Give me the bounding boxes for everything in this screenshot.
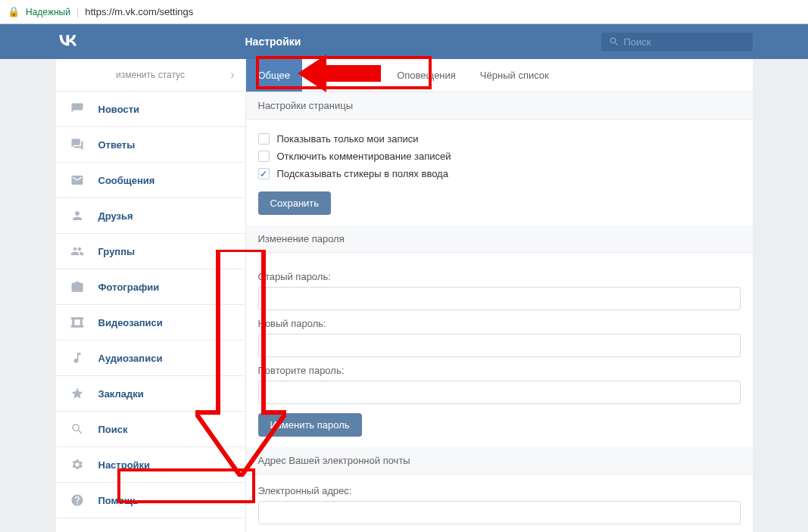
sidebar-item-label: Видеозаписи (98, 317, 163, 328)
settings-icon (70, 458, 85, 471)
sidebar-item-videos[interactable]: Видеозаписи (56, 305, 245, 341)
section-email-body: Электронный адрес: Сохранить адрес (246, 474, 753, 532)
sidebar-item-replies[interactable]: Ответы (56, 127, 245, 163)
sidebar-item-help[interactable]: Помощь (56, 483, 245, 518)
old-password-label: Старый пароль: (258, 271, 741, 282)
photos-icon (70, 280, 85, 294)
tab-3[interactable]: Чёрный список (468, 59, 561, 92)
tab-0[interactable]: Общее (246, 59, 303, 92)
app-header: Настройки Поиск (0, 24, 808, 59)
vk-logo[interactable] (56, 32, 245, 51)
sidebar-item-label: Ответы (98, 139, 136, 151)
sidebar-item-label: Поиск (98, 424, 128, 435)
audio-icon (70, 351, 85, 365)
checkbox-icon (258, 151, 270, 162)
divider: | (76, 6, 79, 17)
feed-icon (70, 102, 85, 116)
sidebar-item-label: Новости (98, 104, 140, 115)
change-password-button[interactable]: Изменить пароль (258, 413, 362, 437)
search-placeholder: Поиск (624, 36, 651, 48)
tab-1[interactable]: Приватность (302, 59, 385, 92)
checkbox-label: Подсказывать стикеры в полях ввода (277, 168, 448, 179)
replies-icon (70, 138, 85, 151)
sidebar-item-audio[interactable]: Аудиозаписи (56, 341, 245, 376)
section-password-body: Старый пароль: Новый пароль: Повторите п… (246, 253, 753, 447)
page-title: Настройки (245, 36, 601, 48)
url-text[interactable]: https://m.vk.com/settings (85, 6, 193, 17)
sidebar-item-settings[interactable]: Настройки (56, 447, 245, 483)
sidebar-item-label: Помощь (98, 495, 139, 506)
header-search[interactable]: Поиск (601, 33, 753, 51)
checkbox-label: Отключить комментирование записей (277, 151, 451, 162)
sidebar-item-label: Фотографии (98, 282, 160, 293)
sidebar-item-label: Настройки (98, 459, 151, 471)
sidebar-item-label: Группы (98, 246, 136, 257)
chevron-right-icon: › (230, 68, 234, 82)
sidebar-item-label: Сообщения (98, 175, 155, 186)
videos-icon (70, 316, 85, 329)
sidebar-item-bookmarks[interactable]: Закладки (56, 376, 245, 412)
tab-2[interactable]: Оповещения (385, 59, 468, 92)
new-password-input[interactable] (258, 334, 741, 357)
lock-icon: 🔒 (8, 6, 20, 17)
section-password-header: Изменение пароля (246, 226, 753, 253)
sidebar-item-label: Закладки (98, 388, 144, 400)
sidebar-item-photos[interactable]: Фотографии (56, 269, 245, 305)
status-label: изменить статус (116, 70, 185, 80)
sidebar-item-label: Аудиозаписи (98, 353, 163, 364)
checkbox-disable-comments[interactable]: Отключить комментирование записей (258, 148, 741, 165)
messages-icon (70, 173, 85, 187)
checkbox-icon (258, 168, 270, 179)
bookmarks-icon (70, 387, 85, 400)
sidebar-item-messages[interactable]: Сообщения (56, 163, 245, 198)
email-label: Электронный адрес: (258, 485, 741, 496)
sidebar-item-label: Друзья (98, 210, 133, 222)
main-content: ОбщееПриватностьОповещенияЧёрный список … (245, 59, 753, 532)
section-page-settings-body: Показывать только мои записи Отключить к… (246, 120, 753, 226)
section-email-header: Адрес Вашей электронной почты (246, 447, 753, 474)
checkbox-label: Показывать только мои записи (277, 133, 419, 145)
repeat-password-input[interactable] (258, 381, 741, 404)
status-row[interactable]: изменить статус › (56, 59, 245, 92)
checkbox-icon (258, 133, 270, 145)
section-page-settings-header: Настройки страницы (246, 92, 753, 120)
checkbox-only-my-posts[interactable]: Показывать только мои записи (258, 130, 741, 148)
search-icon (70, 422, 85, 436)
sidebar-item-groups[interactable]: Группы (56, 234, 245, 269)
repeat-password-label: Повторите пароль: (258, 365, 741, 376)
email-input[interactable] (258, 501, 741, 524)
browser-address-bar: 🔒 Надежный | https://m.vk.com/settings (0, 0, 808, 24)
friend-icon (70, 209, 85, 222)
search-icon (609, 36, 619, 47)
save-page-settings-button[interactable]: Сохранить (258, 191, 332, 215)
old-password-input[interactable] (258, 287, 741, 310)
sidebar-item-friend[interactable]: Друзья (56, 198, 245, 234)
new-password-label: Новый пароль: (258, 318, 741, 329)
help-icon (70, 493, 85, 507)
sidebar-item-feed[interactable]: Новости (56, 92, 245, 127)
secure-label: Надежный (26, 7, 70, 17)
tabs-row: ОбщееПриватностьОповещенияЧёрный список (246, 59, 753, 92)
checkbox-suggest-stickers[interactable]: Подсказывать стикеры в полях ввода (258, 165, 741, 182)
sidebar-item-search[interactable]: Поиск (56, 412, 245, 447)
groups-icon (70, 244, 85, 258)
sidebar: изменить статус › НовостиОтветыСообщения… (56, 59, 245, 532)
